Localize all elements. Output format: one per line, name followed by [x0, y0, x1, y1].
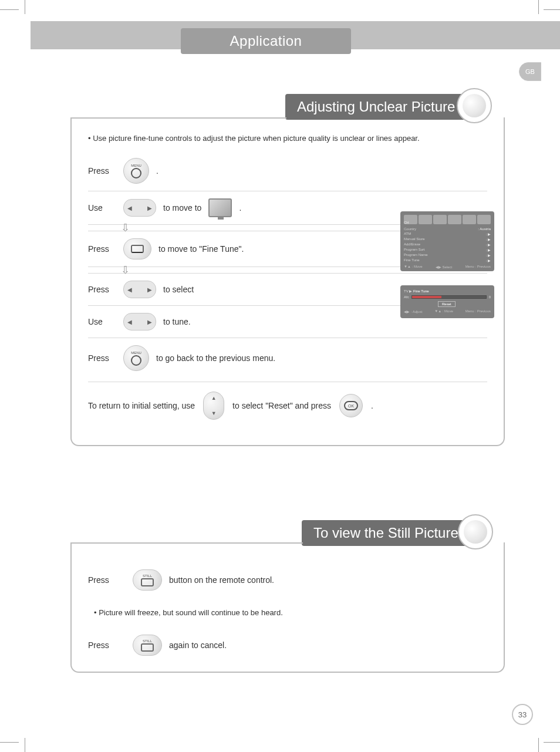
button-label: STILL — [143, 639, 152, 643]
crop-mark — [25, 0, 25, 14]
osd-cell: Program Sort — [404, 248, 425, 252]
osd-cell: Country — [404, 227, 416, 231]
section-title-bar: Adjusting Unclear Picture — [285, 94, 472, 120]
left-right-button-icon: ◀ ▶ — [123, 313, 156, 331]
osd-row: Program Name: ▶ — [404, 252, 491, 258]
screen-glyph-icon — [141, 578, 154, 586]
button-label: STILL — [143, 574, 152, 578]
osd-cell: : ▶ — [486, 258, 491, 262]
step-tail: to select — [163, 285, 194, 294]
section-panel-adjusting: • Use picture fine-tune controls to adju… — [70, 117, 505, 446]
crop-mark — [0, 9, 19, 10]
osd-crumb-active: Fine Tune — [413, 289, 429, 293]
ok-label: OK — [344, 401, 358, 410]
section-title: Adjusting Unclear Picture — [297, 99, 455, 115]
osd-slider-fill — [412, 296, 441, 298]
osd-cell: Manual Store — [404, 237, 425, 241]
still-button-icon: STILL — [133, 569, 162, 591]
step-tail: to go back to the previous menu. — [156, 353, 275, 363]
left-right-button-icon: ◀ ▶ — [123, 199, 156, 217]
step-verb: Press — [88, 575, 126, 585]
reset-mid: to select "Reset" and press — [232, 401, 331, 410]
osd-cell: : ▶ — [486, 242, 491, 247]
osd-row: Add/Erase: ▶ — [404, 242, 491, 247]
osd-cell: Add/Erase — [404, 242, 420, 247]
osd-foot-item: ◀▶ : Adjust — [404, 309, 422, 313]
still-button-icon: STILL — [133, 635, 162, 656]
up-arrow-icon: ▲ — [211, 395, 217, 401]
left-arrow-icon: ◀ — [127, 205, 132, 211]
step-row: Press STILL again to cancel. — [88, 628, 487, 663]
crop-mark — [0, 742, 19, 743]
osd-row: ATM: ▶ — [404, 231, 491, 237]
step-row: Press MENU . — [88, 151, 487, 191]
crop-mark — [544, 742, 560, 743]
osd-afc-label: Afc — [404, 295, 409, 299]
button-label: MENU — [131, 164, 141, 167]
crop-mark — [25, 738, 25, 752]
osd-row: Manual Store: ▶ — [404, 237, 491, 242]
osd-footer: ▼▲ : Move ◀▶ Select Menu : Previous — [404, 265, 491, 269]
left-right-button-icon: ◀ ▶ — [123, 281, 156, 298]
osd-cell: Fine Tune — [404, 258, 420, 262]
crop-mark — [538, 0, 539, 14]
crop-mark — [538, 738, 539, 752]
step-tail2: . — [239, 203, 241, 213]
step-row: Press MENU to go back to the previous me… — [88, 338, 487, 378]
osd-row: Program Sort: ▶ — [404, 247, 491, 252]
ring-icon — [131, 168, 141, 178]
right-arrow-icon: ▶ — [147, 319, 152, 325]
osd-foot-item: Menu : Previous — [465, 265, 491, 269]
menu-button-icon: MENU — [123, 158, 149, 184]
osd-footer: ◀▶ : Adjust ▼▲ : Move Menu : Previous — [404, 309, 491, 313]
osd-slider-value: 0 — [489, 295, 491, 299]
osd-row: Fine Tune: ▶ — [404, 258, 491, 263]
nav-glyph-icon — [131, 245, 144, 253]
still-note: • Picture will freeze, but sound will co… — [88, 598, 487, 628]
osd-cell: Program Name — [404, 253, 428, 257]
osd-cell: : Austria — [478, 227, 491, 231]
reset-pre: To return to initial setting, use — [88, 401, 195, 410]
page-title-tab: Application — [181, 28, 351, 54]
osd-foot-item: ▼▲ : Move — [404, 265, 423, 269]
section-title: To view the Still Picture — [313, 525, 458, 541]
crop-mark — [544, 9, 560, 10]
step-tail: to move to — [163, 203, 201, 213]
osd-cell: ATM — [404, 232, 411, 236]
step-verb: Press — [88, 166, 116, 176]
step-tail: . — [156, 166, 158, 176]
ring-icon — [131, 355, 141, 366]
osd-menu-screenshot: CH Country: Austria ATM: ▶ Manual Store:… — [400, 211, 494, 271]
step-verb: Use — [88, 317, 116, 326]
osd-slider-row: Afc 0 — [404, 295, 491, 299]
channel-menu-icon — [208, 198, 232, 217]
ok-button-icon: OK — [339, 394, 363, 417]
page-number: 33 — [518, 710, 527, 719]
osd-cell: : ▶ — [486, 248, 491, 252]
step-tail: to tune. — [163, 317, 191, 326]
intro-note: • Use picture fine-tune controls to adju… — [88, 128, 487, 151]
right-arrow-icon: ▶ — [147, 286, 152, 293]
language-tab: GB — [519, 62, 541, 81]
language-code: GB — [525, 68, 535, 75]
step-verb: Press — [88, 285, 116, 294]
osd-ch-label: CH — [404, 221, 409, 224]
step-tail: to move to "Fine Tune". — [158, 244, 244, 254]
step-verb: Press — [88, 640, 126, 650]
page-title: Application — [230, 33, 302, 49]
step-verb: Press — [88, 244, 116, 254]
step-verb: Press — [88, 353, 116, 363]
osd-reset-button: Reset — [438, 301, 456, 307]
osd-foot-item: ▼▲ : Move — [434, 309, 453, 313]
down-nav-button-icon — [123, 238, 151, 259]
osd-foot-item: ◀▶ Select — [436, 265, 452, 269]
osd-finetune-screenshot: TV ▶ Fine Tune Afc 0 Reset ◀▶ : Adjust ▼… — [400, 285, 494, 318]
step-tail: button on the remote control. — [169, 575, 274, 585]
osd-tabs-icon — [404, 215, 491, 224]
button-label: MENU — [131, 351, 141, 355]
osd-cell: : ▶ — [486, 232, 491, 236]
left-arrow-icon: ◀ — [127, 286, 132, 293]
up-down-button-icon: ▲ ▼ — [203, 392, 224, 420]
right-arrow-icon: ▶ — [147, 205, 152, 211]
section-panel-still: Press STILL button on the remote control… — [70, 542, 505, 673]
